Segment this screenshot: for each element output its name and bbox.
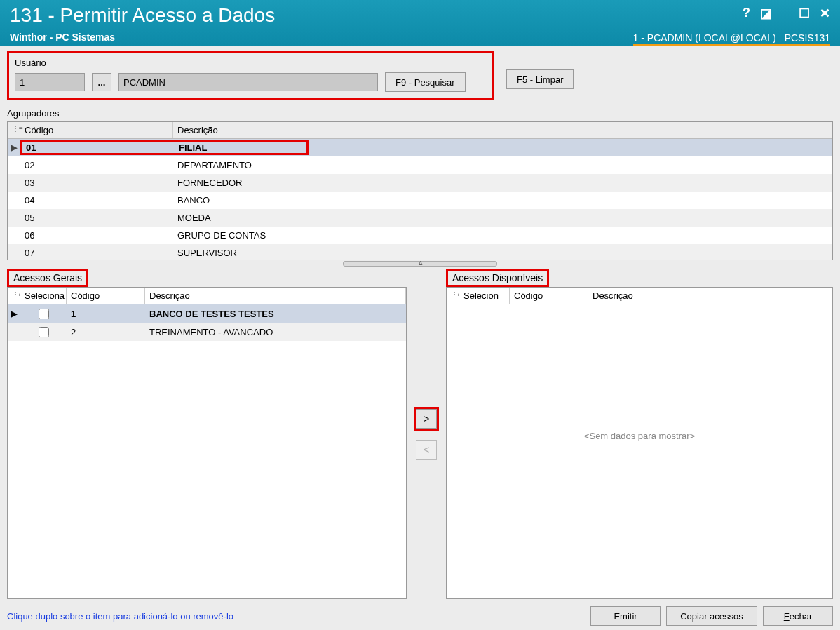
table-row[interactable]: 07 SUPERVISOR (8, 244, 832, 260)
copy-access-button[interactable]: Copiar acessos (666, 606, 757, 626)
window-subtitle: Winthor - PC Sistemas (10, 32, 275, 43)
context-user: 1 - PCADMIN (LOCAL@LOCAL) (633, 32, 776, 43)
cell-desc: SUPERVISOR (173, 248, 832, 258)
col-codigo[interactable]: Código (20, 122, 173, 138)
clear-button[interactable]: F5 - Limpar (506, 69, 574, 89)
cell-code: 02 (20, 160, 173, 170)
acessos-disponiveis-grid[interactable]: ⋮≡ Selecion Código Descrição <Sem dados … (446, 287, 833, 599)
row-checkbox[interactable] (39, 309, 49, 319)
col-codigo[interactable]: Código (67, 288, 145, 304)
cell-code: 01 (22, 142, 175, 153)
row-indicator-icon: ▶ (8, 309, 20, 319)
maximize-icon[interactable]: ☐ (799, 6, 810, 21)
list-item[interactable]: 2 TREINAMENTO - AVANCADO (8, 323, 406, 341)
agrupadores-label: Agrupadores (7, 108, 833, 119)
move-left-button[interactable]: < (416, 440, 437, 460)
cell-code: 07 (20, 248, 173, 258)
table-row[interactable]: 03 FORNECEDOR (8, 174, 832, 192)
acessos-gerais-grid[interactable]: ⋮≡ Seleciona Código Descrição ▶ 1 BANCO … (7, 287, 407, 599)
agrupadores-grid[interactable]: ⋮≡ Código Descrição ▶ 01 FILIAL 02 DEPAR… (7, 121, 833, 260)
cell-desc: BANCO (173, 195, 832, 206)
title-bar: 131 - Permitir Acesso a Dados Winthor - … (0, 0, 840, 46)
search-button[interactable]: F9 - Pesquisar (385, 72, 466, 92)
cell-code: 03 (20, 177, 173, 188)
row-indicator-icon: ▶ (8, 143, 20, 152)
agrupadores-body[interactable]: ▶ 01 FILIAL 02 DEPARTAMENTO 03 FORNECEDO… (8, 139, 832, 260)
cell-code: 04 (20, 195, 173, 206)
usuario-code-input[interactable] (15, 73, 85, 91)
acessos-disponiveis-label: Acessos Disponíveis (446, 269, 549, 287)
grid-indicator-header: ⋮≡ (8, 288, 20, 304)
col-descricao[interactable]: Descrição (173, 122, 832, 138)
cell-desc: MOEDA (173, 213, 832, 223)
table-row[interactable]: ▶ 01 FILIAL (8, 139, 832, 156)
splitter-handle[interactable]: ᐃ (7, 260, 833, 267)
cell-code: 1 (67, 309, 145, 319)
cell-desc: DEPARTAMENTO (173, 160, 832, 170)
col-descricao[interactable]: Descrição (145, 288, 406, 304)
table-row[interactable]: 05 MOEDA (8, 209, 832, 227)
cell-code: 06 (20, 230, 173, 241)
cell-desc: GRUPO DE CONTAS (173, 230, 832, 241)
cell-desc: TREINAMENTO - AVANCADO (145, 327, 406, 337)
usuario-label: Usuário (15, 58, 486, 68)
cell-desc: BANCO DE TESTES TESTES (145, 309, 406, 319)
row-checkbox[interactable] (39, 327, 49, 337)
window-title: 131 - Permitir Acesso a Dados (10, 4, 275, 27)
list-item[interactable]: ▶ 1 BANCO DE TESTES TESTES (8, 304, 406, 323)
cell-code: 2 (67, 327, 145, 337)
table-row[interactable]: 02 DEPARTAMENTO (8, 156, 832, 174)
emit-button[interactable]: Emitir (590, 606, 661, 626)
grid-indicator-header: ⋮≡ (447, 288, 459, 304)
cell-desc: FILIAL (175, 142, 306, 153)
footer-hint: Clique duplo sobre o item para adicioná-… (7, 611, 233, 622)
table-row[interactable]: 06 GRUPO DE CONTAS (8, 227, 832, 244)
edit-icon[interactable]: ◪ (760, 6, 772, 21)
close-icon[interactable]: ✕ (820, 6, 830, 21)
cell-code: 05 (20, 213, 173, 223)
table-row[interactable]: 04 BANCO (8, 192, 832, 209)
minimize-icon[interactable]: _ (782, 6, 789, 21)
grid-indicator-header: ⋮≡ (8, 122, 20, 138)
lookup-button[interactable]: ... (92, 73, 111, 91)
context-module: PCSIS131 (785, 32, 830, 43)
close-button[interactable]: Fechar (763, 606, 833, 626)
usuario-name-input[interactable] (118, 73, 378, 91)
empty-message: <Sem dados para mostrar> (447, 431, 832, 441)
splitter-icon: ᐃ (419, 260, 422, 267)
col-seleciona[interactable]: Selecion (459, 288, 510, 304)
move-right-button[interactable]: > (416, 409, 437, 429)
usuario-group: Usuário ... F9 - Pesquisar (7, 51, 494, 100)
help-icon[interactable]: ? (743, 6, 750, 21)
acessos-gerais-label: Acessos Gerais (7, 269, 88, 287)
col-codigo[interactable]: Código (510, 288, 588, 304)
col-seleciona[interactable]: Seleciona (20, 288, 67, 304)
cell-desc: FORNECEDOR (173, 177, 832, 188)
col-descricao[interactable]: Descrição (588, 288, 832, 304)
